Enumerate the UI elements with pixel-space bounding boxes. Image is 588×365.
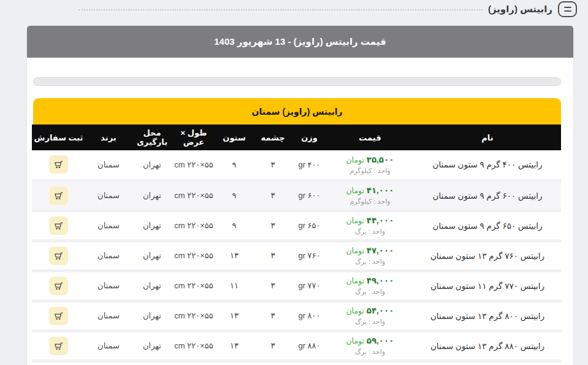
price-currency: تومان — [346, 247, 364, 255]
column-header: ستون — [215, 125, 253, 150]
brand-cell: سمنان — [85, 210, 132, 240]
weight-cell: ۴۰۰ gr — [292, 150, 326, 180]
add-to-cart-button[interactable] — [49, 247, 68, 265]
cart-icon — [53, 310, 64, 321]
price-unit: واحد : برگ — [327, 318, 413, 326]
menu-icon[interactable] — [558, 1, 577, 17]
price-cell: ۳۵,۵۰۰ تومانواحد : کیلوگرم — [326, 150, 414, 180]
product-name: رابیتس ۷۶۰ گرم ۱۳ ستون سمنان — [414, 240, 561, 271]
price-currency: تومان — [346, 307, 364, 315]
dimensions-cell: ۵۵×۲۲۰ cm — [172, 150, 215, 180]
columns-cell: ۱۳ — [215, 240, 253, 271]
column-header: برند — [85, 125, 132, 150]
price-cell: ۴۱,۰۰۰ تومانواحد : کیلوگرم — [326, 180, 414, 210]
order-cell — [32, 210, 85, 240]
table-row: رابیتس ۷۷۰ گرم ۱۱ ستون سمنان۴۹,۰۰۰ تومان… — [32, 271, 561, 301]
breadcrumb-bar: رابیتس (راویز) — [78, 0, 577, 18]
add-to-cart-button[interactable] — [49, 337, 68, 355]
price-unit: واحد : برگ — [327, 348, 413, 356]
loading-location-cell: تهران — [132, 271, 172, 301]
weight-cell: ۷۷۰ gr — [292, 271, 326, 301]
columns-cell: ۹ — [215, 180, 253, 210]
brand-cell: سمنان — [85, 301, 132, 331]
column-header: نام — [414, 125, 561, 150]
columns-cell: ۱۳ — [215, 331, 253, 361]
add-to-cart-button[interactable] — [49, 277, 68, 295]
dimensions-cell: ۵۵×۲۲۰ cm — [172, 210, 215, 240]
brand-cell: سمنان — [85, 150, 132, 180]
price-unit: واحد : برگ — [327, 288, 413, 296]
mesh-cell: ۳ — [253, 210, 292, 240]
add-to-cart-button[interactable] — [49, 307, 68, 325]
cart-icon — [53, 220, 64, 231]
loading-location-cell: تهران — [132, 331, 172, 361]
loading-location-cell: تهران — [132, 210, 172, 240]
price-currency: تومان — [346, 186, 364, 195]
weight-cell: ۸۰۰ gr — [292, 301, 326, 331]
price-currency: تومان — [346, 156, 364, 164]
column-header: طول × عرض — [172, 125, 215, 150]
price-value: ۵۹,۰۰۰ — [367, 336, 394, 345]
mesh-cell: ۳ — [253, 180, 292, 210]
column-header: چشمه — [253, 125, 292, 150]
horizontal-scrollbar[interactable] — [33, 77, 561, 86]
mesh-cell: ۳ — [253, 150, 292, 180]
table-row: رابیتس ۸۰۰ گرم ۱۳ ستون سمنان۵۴,۰۰۰ تومان… — [32, 301, 561, 331]
mesh-cell: ۳ — [253, 331, 292, 361]
page-title: رابیتس (راویز) — [488, 4, 552, 15]
price-cell: ۴۹,۰۰۰ تومانواحد : برگ — [326, 271, 414, 301]
dotted-leader-line — [78, 9, 483, 10]
columns-cell: ۹ — [215, 210, 253, 240]
price-cell: ۵۴,۰۰۰ تومانواحد : برگ — [326, 301, 414, 331]
cart-icon — [53, 340, 64, 352]
price-value: ۴۹,۰۰۰ — [367, 276, 394, 285]
product-name: رابیتس ۴۰۰ گرم ۹ ستون سمنان — [414, 150, 561, 180]
order-cell — [32, 301, 85, 331]
price-unit: واحد : کیلوگرم — [327, 167, 413, 175]
price-card: قیمت رابیتس (راویز) - 13 شهریور 1403 راب… — [27, 26, 573, 365]
loading-location-cell: تهران — [132, 150, 172, 180]
table-row: رابیتس ۷۶۰ گرم ۱۳ ستون سمنان۴۷,۰۰۰ تومان… — [32, 240, 561, 271]
price-value: ۴۷,۰۰۰ — [367, 246, 394, 255]
table-banner-title: رابیتس (راویز) سمنان — [33, 98, 561, 125]
dimensions-cell: ۵۵×۲۲۰ cm — [172, 271, 215, 301]
price-cell: ۵۹,۰۰۰ تومانواحد : برگ — [326, 331, 414, 361]
table-row: رابیتس ۴۰۰ گرم ۹ ستون سمنان۳۵,۵۰۰ تومانو… — [32, 150, 561, 180]
add-to-cart-button[interactable] — [49, 186, 68, 205]
price-value: ۵۴,۰۰۰ — [367, 306, 394, 315]
columns-cell: ۱۱ — [215, 271, 253, 301]
brand-cell: سمنان — [85, 180, 132, 210]
page-root: { "page": { "top_title": "رابیتس (راویز)… — [0, 0, 588, 365]
add-to-cart-button[interactable] — [49, 155, 68, 174]
order-cell — [32, 331, 85, 361]
price-value: ۴۱,۰۰۰ — [367, 186, 394, 195]
column-header: وزن — [292, 125, 326, 150]
dimensions-cell: ۵۵×۲۲۰ cm — [172, 301, 215, 331]
price-unit: واحد : برگ — [327, 228, 413, 236]
price-currency: تومان — [346, 277, 364, 285]
mesh-cell: ۳ — [253, 301, 292, 331]
product-name: رابیتس ۶۵۰ گرم ۹ ستون سمنان — [414, 210, 561, 240]
table-row: رابیتس ۶۵۰ گرم ۹ ستون سمنان۴۴,۰۰۰ تومانو… — [32, 210, 561, 240]
column-header: محل بارگیری — [132, 125, 172, 150]
order-cell — [32, 271, 85, 301]
cart-icon — [53, 280, 64, 291]
product-name: رابیتس ۸۸۰ گرم ۱۳ ستون سمنان — [414, 331, 561, 361]
price-unit: واحد : برگ — [327, 258, 413, 266]
brand-cell: سمنان — [85, 240, 132, 271]
weight-cell: ۶۵۰ gr — [292, 210, 326, 240]
price-cell: ۴۷,۰۰۰ تومانواحد : برگ — [326, 240, 414, 271]
price-currency: تومان — [346, 337, 364, 345]
price-table: نامقیمتوزنچشمهستونطول × عرضمحل بارگیریبر… — [32, 125, 561, 363]
order-cell — [32, 180, 85, 210]
loading-location-cell: تهران — [132, 180, 172, 210]
add-to-cart-button[interactable] — [49, 217, 68, 235]
card-header-title: قیمت رابیتس (راویز) - 13 شهریور 1403 — [27, 26, 573, 58]
cart-icon — [53, 250, 64, 261]
product-name: رابیتس ۷۷۰ گرم ۱۱ ستون سمنان — [414, 271, 561, 301]
product-name: رابیتس ۸۰۰ گرم ۱۳ ستون سمنان — [414, 301, 561, 331]
card-body: رابیتس (راویز) سمنان نامقیمتوزنچشمهستونط… — [27, 58, 573, 363]
loading-location-cell: تهران — [132, 240, 172, 271]
brand-cell: سمنان — [85, 331, 132, 361]
weight-cell: ۶۰۰ gr — [292, 180, 326, 210]
